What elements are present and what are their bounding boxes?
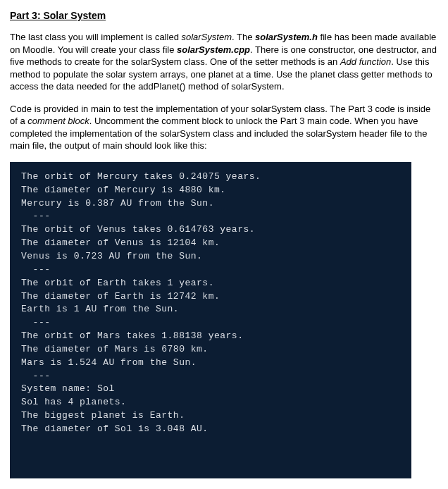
bold-italic-term: solarSystem.h [255, 32, 318, 42]
paragraph-1: The last class you will implement is cal… [10, 31, 438, 93]
section-heading: Part 3: Solar System [10, 10, 438, 21]
terminal-output: The orbit of Mercury takes 0.24075 years… [10, 162, 411, 478]
paragraph-2: Code is provided in main to test the imp… [10, 103, 438, 152]
italic-term: solarSystem [181, 32, 232, 42]
italic-term: comment block [27, 116, 89, 126]
bold-italic-term: solarSystem.cpp [177, 44, 250, 55]
italic-term: Add function [340, 56, 391, 67]
text-run: . The [232, 32, 255, 42]
text-run: The last class you will implement is cal… [10, 32, 181, 42]
